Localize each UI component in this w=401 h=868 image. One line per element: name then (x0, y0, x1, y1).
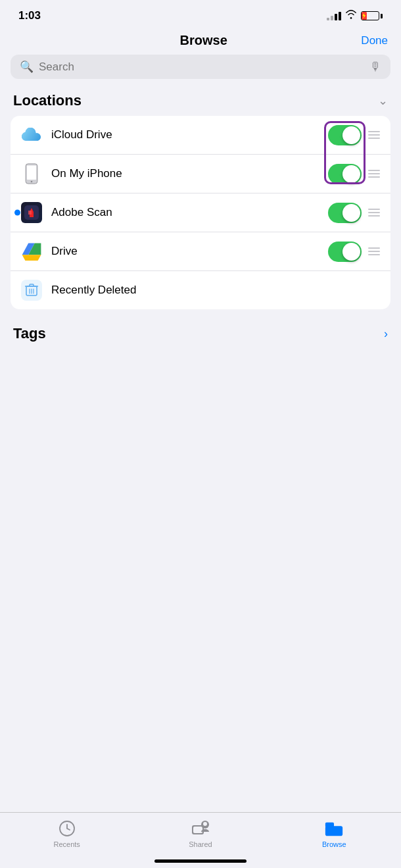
adobe-scan-drag-handle[interactable] (368, 209, 380, 217)
tab-browse[interactable]: Browse (268, 819, 401, 848)
list-item: On My iPhone (11, 155, 390, 193)
icloud-drive-icon (21, 124, 42, 145)
tags-title: Tags (13, 325, 46, 342)
google-drive-toggle[interactable] (328, 242, 362, 262)
browse-label: Browse (322, 840, 346, 848)
locations-list: iCloud Drive On My iPhone (11, 116, 390, 309)
signal-bars-icon (327, 11, 341, 20)
shared-label: Shared (189, 840, 212, 848)
locations-title: Locations (13, 92, 82, 109)
mic-icon[interactable]: 🎙 (369, 60, 381, 74)
recently-deleted-label: Recently Deleted (51, 284, 380, 297)
icloud-drive-toggle[interactable] (328, 125, 362, 145)
adobe-scan-icon (21, 202, 42, 223)
svg-marker-0 (362, 13, 366, 18)
svg-rect-8 (193, 827, 202, 833)
google-drive-label: Drive (51, 245, 328, 258)
on-my-iphone-drag-handle[interactable] (368, 170, 380, 178)
search-input[interactable] (39, 61, 364, 74)
svg-rect-11 (325, 826, 342, 836)
adobe-scan-dot (14, 210, 20, 216)
home-indicator (154, 859, 247, 863)
list-item: iCloud Drive (11, 116, 390, 155)
status-bar: 1:03 (0, 0, 401, 28)
on-my-iphone-label: On My iPhone (51, 167, 328, 180)
svg-point-10 (203, 822, 207, 826)
browse-icon (324, 819, 344, 838)
tags-chevron-icon[interactable]: › (384, 327, 388, 341)
on-my-iphone-toggle[interactable] (328, 164, 362, 184)
battery-icon (361, 11, 383, 20)
adobe-scan-label: Adobe Scan (51, 206, 328, 219)
page-title: Browse (46, 33, 361, 48)
search-bar[interactable]: 🔍 🎙 (11, 55, 390, 79)
search-icon: 🔍 (20, 60, 34, 74)
google-drive-icon (21, 241, 42, 262)
list-item: Adobe Scan (11, 193, 390, 232)
svg-rect-2 (27, 166, 36, 180)
icloud-drive-drag-handle[interactable] (368, 131, 380, 139)
google-drive-drag-handle[interactable] (368, 247, 380, 255)
icloud-drive-label: iCloud Drive (51, 128, 328, 141)
status-icons (327, 10, 383, 22)
list-item: Drive (11, 232, 390, 271)
nav-bar: Browse Done (0, 28, 401, 55)
list-item: Recently Deleted (11, 271, 390, 309)
tab-shared[interactable]: Shared (133, 819, 267, 848)
recently-deleted-icon (21, 280, 42, 301)
shared-icon (191, 819, 210, 838)
tab-recents[interactable]: Recents (0, 819, 133, 848)
tags-section-header: Tags › (13, 325, 388, 342)
svg-rect-12 (325, 823, 334, 828)
done-button[interactable]: Done (361, 34, 388, 47)
locations-chevron-icon[interactable]: ⌄ (378, 93, 388, 108)
adobe-scan-toggle[interactable] (328, 203, 362, 223)
recents-icon (57, 819, 77, 838)
locations-section-header: Locations ⌄ (0, 92, 401, 116)
svg-point-3 (31, 181, 33, 183)
wifi-icon (345, 10, 357, 22)
recents-label: Recents (53, 840, 80, 848)
on-my-iphone-icon (21, 163, 42, 184)
status-time: 1:03 (18, 9, 41, 22)
